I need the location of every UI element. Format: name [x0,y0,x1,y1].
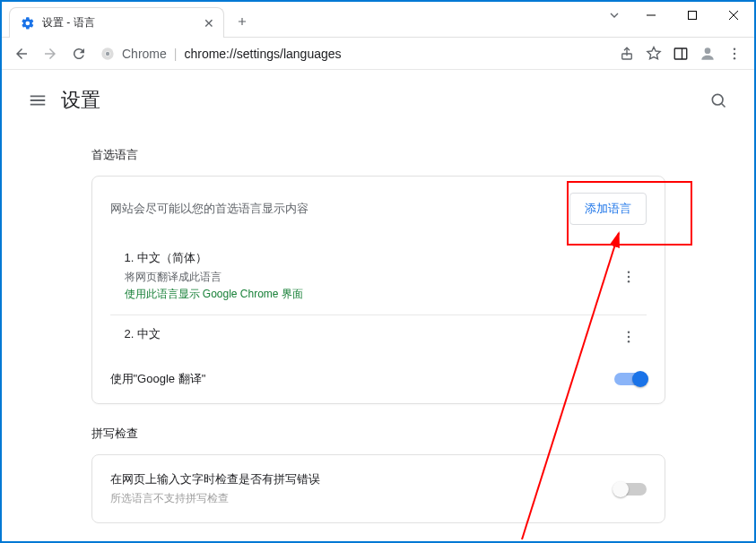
spellcheck-label: 拼写检查 [91,426,665,442]
titlebar: 设置 - 语言 ✕ [2,2,754,38]
more-icon[interactable] [722,41,747,66]
spellcheck-toggle [614,483,647,496]
forward-button[interactable] [38,41,63,66]
svg-point-16 [627,272,629,273]
reload-button[interactable] [66,41,91,66]
new-tab-button[interactable] [230,9,255,34]
spellcheck-title: 在网页上输入文字时检查是否有拼写错误 [110,471,320,487]
search-icon[interactable] [700,82,736,118]
svg-point-12 [734,52,735,54]
tabs-dropdown-icon[interactable] [598,2,630,29]
maximize-button[interactable] [672,2,713,29]
google-translate-label: 使用"Google 翻译" [110,371,206,387]
minimize-button[interactable] [630,2,672,29]
preferred-languages-description: 网站会尽可能以您的首选语言显示内容 [110,201,308,217]
svg-rect-1 [689,12,697,20]
svg-point-13 [734,57,735,59]
language-item: 2. 中文 [110,315,647,358]
language-display-label: 使用此语言显示 Google Chrome 界面 [125,287,618,302]
language-more-icon[interactable] [618,266,639,288]
share-icon[interactable] [614,41,639,66]
add-language-button[interactable]: 添加语言 [569,193,647,225]
svg-point-14 [712,94,723,105]
back-button[interactable] [9,41,34,66]
omnibox-url: chrome://settings/languages [184,47,341,61]
spellcheck-subtitle: 所选语言不支持拼写检查 [110,491,320,506]
profile-icon[interactable] [695,41,720,66]
settings-content: 首选语言 网站会尽可能以您的首选语言显示内容 添加语言 1. 中文（简体） 将网… [74,147,683,523]
page-header: 设置 [2,70,754,131]
svg-point-17 [627,276,629,278]
address-bar[interactable]: Chrome | chrome://settings/languages [100,41,605,66]
tab-close-icon[interactable]: ✕ [202,16,216,30]
menu-icon[interactable] [20,82,56,118]
language-name: 2. 中文 [125,326,618,342]
svg-point-19 [627,332,629,333]
svg-line-15 [722,104,726,108]
chrome-product-icon [100,47,115,61]
svg-point-11 [734,47,735,49]
language-more-icon[interactable] [618,326,639,348]
window-controls [598,2,754,29]
spellcheck-card: 在网页上输入文字时检查是否有拼写错误 所选语言不支持拼写检查 [91,454,665,523]
language-list: 1. 中文（简体） 将网页翻译成此语言 使用此语言显示 Google Chrom… [92,232,665,358]
language-item: 1. 中文（简体） 将网页翻译成此语言 使用此语言显示 Google Chrom… [110,239,647,315]
svg-point-10 [705,47,711,54]
language-translate-label: 将网页翻译成此语言 [125,270,618,285]
svg-point-20 [627,336,629,338]
side-panel-icon[interactable] [668,41,693,66]
bookmark-icon[interactable] [641,41,666,66]
close-button[interactable] [713,2,754,29]
svg-point-18 [627,280,629,282]
omnibox-separator: | [174,47,178,61]
page-title: 设置 [61,87,100,114]
toolbar: Chrome | chrome://settings/languages [2,38,754,70]
google-translate-toggle[interactable] [614,373,647,385]
omnibox-prefix: Chrome [122,47,167,61]
gear-icon [21,16,35,30]
svg-rect-8 [674,48,687,59]
svg-point-21 [627,340,629,342]
language-name: 1. 中文（简体） [125,250,618,266]
preferred-languages-card: 网站会尽可能以您的首选语言显示内容 添加语言 1. 中文（简体） 将网页翻译成此… [91,176,665,404]
tab-title: 设置 - 语言 [42,15,202,30]
svg-point-6 [106,51,109,55]
browser-tab[interactable]: 设置 - 语言 ✕ [9,7,224,38]
preferred-languages-label: 首选语言 [91,147,665,163]
